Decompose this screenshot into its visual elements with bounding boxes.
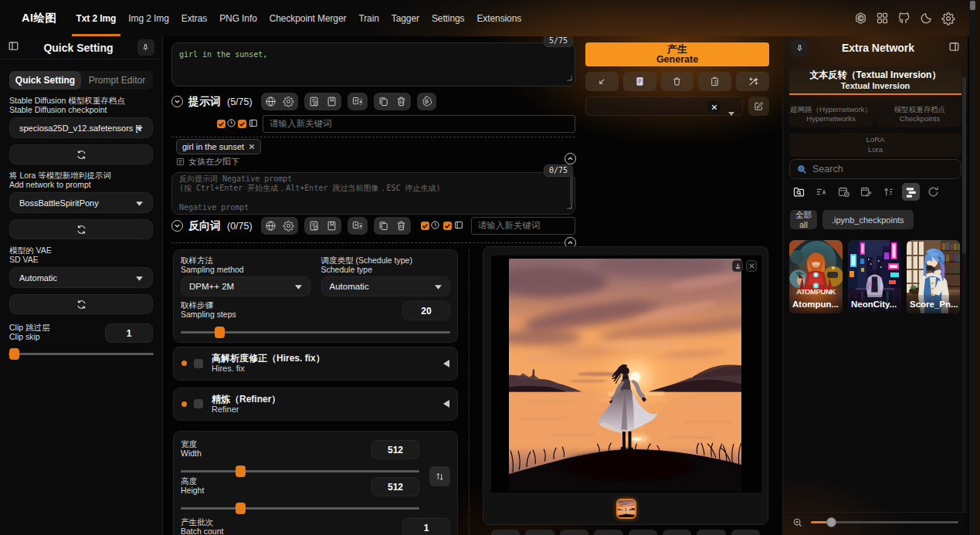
- panel-scrollbar[interactable]: [962, 73, 966, 512]
- trash-icon[interactable]: [395, 96, 407, 107]
- image-thumbnail[interactable]: [616, 499, 636, 519]
- tab-checkpoints[interactable]: 模型权重存档点 Checkpoints: [878, 101, 961, 127]
- network-search[interactable]: Search: [789, 159, 961, 179]
- refiner-header[interactable]: 精炼（Refiner）Refiner: [174, 388, 457, 421]
- gallery-button[interactable]: [491, 530, 520, 535]
- negative-prompt-textarea[interactable]: 0/75 反向提示词 Negative prompt (按 Ctrl+Enter…: [171, 172, 575, 215]
- sampling-steps-slider[interactable]: [181, 327, 450, 337]
- keyword-filter-checkbox[interactable]: [217, 120, 226, 128]
- gpt-icon[interactable]: [421, 96, 432, 107]
- model-card-score[interactable]: Score_Pn...: [907, 240, 960, 313]
- schedule-type-select[interactable]: Automatic: [321, 276, 451, 296]
- copy-icon[interactable]: [378, 96, 389, 107]
- clip-skip-slider[interactable]: [8, 348, 154, 359]
- width-input[interactable]: 512: [371, 440, 419, 459]
- prompt-settings-icon[interactable]: [283, 220, 294, 232]
- github-icon[interactable]: [897, 12, 911, 25]
- chip-remove-icon[interactable]: [249, 144, 255, 150]
- page-scrollbar-thumb[interactable]: [970, 1, 975, 10]
- pin-button[interactable]: [791, 40, 808, 56]
- prompt-chip[interactable]: girl in the sunset: [176, 139, 261, 154]
- history-clock-icon[interactable]: [226, 117, 236, 131]
- bookmark-icon[interactable]: [326, 220, 337, 232]
- tab-txt2img[interactable]: Txt 2 Img: [71, 0, 122, 36]
- panel-toggle-icon[interactable]: [453, 219, 464, 233]
- page-scrollbar[interactable]: [969, 0, 976, 535]
- neg-keyword-sync-checkbox[interactable]: [443, 222, 452, 230]
- tab-lora[interactable]: LoRA Lora: [789, 133, 961, 157]
- tab-png-info[interactable]: PNG Info: [214, 0, 263, 36]
- clear-prompt-button[interactable]: [661, 72, 694, 91]
- swap-dimensions-button[interactable]: [429, 466, 450, 486]
- gallery-button[interactable]: [629, 530, 657, 535]
- tab-train[interactable]: Train: [353, 0, 384, 36]
- height-slider[interactable]: [181, 503, 419, 513]
- width-slider-handle[interactable]: [236, 466, 246, 477]
- trash-icon[interactable]: [395, 220, 407, 232]
- magic-wand-button[interactable]: [736, 72, 769, 91]
- tab-textual-inversion[interactable]: 文本反转（Textual Inversion） Textual Inversio…: [789, 67, 961, 95]
- sort-ascending-button[interactable]: [880, 183, 897, 201]
- pin-button[interactable]: [137, 39, 154, 56]
- checkpoint-select[interactable]: speciosa25D_v12.safetensors [6: [9, 117, 153, 138]
- edit-styles-button[interactable]: [748, 97, 769, 116]
- sidebar-tab-quick-setting[interactable]: Quick Setting: [9, 71, 81, 90]
- refresh-vae-button[interactable]: [9, 294, 153, 314]
- globe-icon[interactable]: [265, 96, 276, 107]
- panel-toggle-icon[interactable]: [248, 117, 259, 131]
- new-keyword-input[interactable]: 请输入新关键词: [263, 115, 575, 133]
- model-card-neoncity[interactable]: NeonCity...: [848, 240, 901, 313]
- gallery-button[interactable]: [697, 530, 725, 535]
- refresh-networks-button[interactable]: [924, 183, 942, 201]
- translate-icon[interactable]: [351, 96, 364, 107]
- hires-fix-header[interactable]: 高解析度修正（Hires. fix）Hires. fix: [174, 347, 457, 380]
- clip-skip-slider-handle[interactable]: [9, 348, 19, 360]
- zoom-slider[interactable]: [811, 521, 958, 523]
- read-params-button[interactable]: [623, 72, 656, 91]
- sampling-method-select[interactable]: DPM++ 2M: [181, 276, 310, 296]
- gallery-button[interactable]: [525, 530, 554, 535]
- height-slider-handle[interactable]: [236, 503, 246, 514]
- vae-select[interactable]: Automatic: [9, 267, 153, 288]
- refiner-checkbox[interactable]: [194, 399, 203, 408]
- resize-handle-icon[interactable]: [566, 198, 572, 212]
- collapse-panel-icon[interactable]: [948, 41, 960, 56]
- prompt-textarea[interactable]: 5/75 girl in the sunset,: [171, 42, 575, 86]
- sampling-steps-input[interactable]: 20: [402, 301, 450, 320]
- gear-icon[interactable]: [941, 12, 955, 25]
- close-image-button[interactable]: [746, 260, 757, 272]
- prompt-settings-icon[interactable]: [283, 96, 294, 107]
- edit-metadata-button[interactable]: [857, 183, 875, 201]
- clip-skip-input[interactable]: 1: [105, 323, 153, 343]
- collapse-prompt-up-icon[interactable]: [565, 153, 576, 164]
- folder-search-button[interactable]: [790, 183, 808, 201]
- zoom-slider-handle[interactable]: [826, 517, 836, 527]
- hexagon-c-icon[interactable]: [854, 12, 867, 25]
- refresh-checkpoint-button[interactable]: [9, 144, 153, 164]
- tree-view-button[interactable]: [902, 183, 920, 201]
- translate-icon[interactable]: [351, 220, 364, 232]
- tab-checkpoint-merger[interactable]: Checkpoint Merger: [264, 0, 352, 36]
- refresh-network-button[interactable]: [9, 219, 153, 239]
- filter-chip-all[interactable]: 全部 all: [790, 210, 817, 229]
- panel-scrollbar-thumb[interactable]: [962, 76, 966, 254]
- neg-keyword-filter-checkbox[interactable]: [421, 222, 429, 230]
- gallery-button[interactable]: [731, 530, 760, 535]
- sort-by-name-button[interactable]: [812, 183, 830, 201]
- style-select[interactable]: [585, 97, 743, 116]
- sort-by-date-button[interactable]: [835, 183, 853, 201]
- collapse-negative-icon[interactable]: [171, 220, 183, 232]
- clear-style-icon[interactable]: [707, 100, 721, 113]
- model-card-atompunk[interactable]: Atompun...: [789, 240, 843, 313]
- tab-hypernetworks[interactable]: 超网路（Hypernetwork） Hypernetworks: [789, 101, 873, 127]
- copy-icon[interactable]: [378, 220, 389, 232]
- apply-style-button[interactable]: [698, 72, 731, 91]
- generate-button[interactable]: 产生 Generate: [585, 42, 769, 66]
- hires-checkbox[interactable]: [194, 359, 203, 368]
- tab-extensions[interactable]: Extensions: [471, 0, 527, 36]
- history-doc-icon[interactable]: [308, 220, 320, 232]
- add-network-select[interactable]: BossBattleSpiritPony: [9, 192, 153, 213]
- collapse-prompt-icon[interactable]: [171, 96, 183, 107]
- tab-tagger[interactable]: Tagger: [386, 0, 425, 36]
- gallery-button[interactable]: [663, 530, 691, 535]
